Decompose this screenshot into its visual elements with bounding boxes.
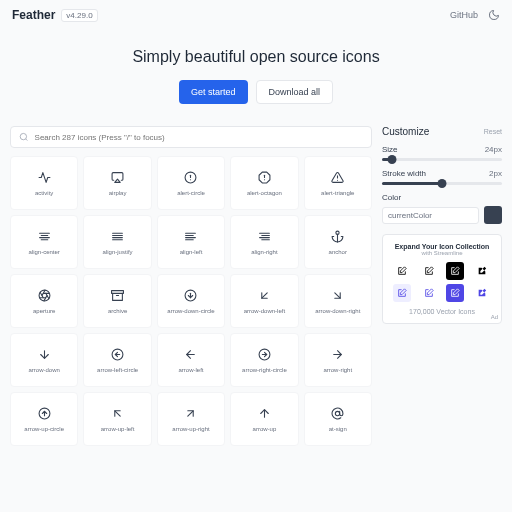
alert-octagon-icon [258, 171, 271, 184]
arrow-up-icon [258, 407, 271, 420]
icon-card-alert-octagon[interactable]: alert-octagon [230, 156, 298, 210]
align-left-icon [184, 230, 197, 243]
icon-card-arrow-up[interactable]: arrow-up [230, 392, 298, 446]
arrow-down-circle-icon [184, 289, 197, 302]
get-started-button[interactable]: Get started [179, 80, 248, 104]
icon-card-align-center[interactable]: align-center [10, 215, 78, 269]
search-box[interactable] [10, 126, 372, 148]
stroke-label: Stroke width [382, 169, 426, 178]
icon-card-arrow-right-circle[interactable]: arrow-right-circle [230, 333, 298, 387]
icon-label: arrow-down-circle [167, 308, 214, 314]
icon-card-anchor[interactable]: anchor [304, 215, 372, 269]
icon-label: alert-octagon [247, 190, 282, 196]
color-input[interactable]: currentColor [382, 207, 479, 224]
icon-card-arrow-down-right[interactable]: arrow-down-right [304, 274, 372, 328]
alert-triangle-icon [331, 171, 344, 184]
icon-label: arrow-down [29, 367, 60, 373]
icon-card-aperture[interactable]: aperture [10, 274, 78, 328]
icon-card-arrow-down-circle[interactable]: arrow-down-circle [157, 274, 225, 328]
arrow-up-right-icon [184, 407, 197, 420]
icon-card-arrow-left-circle[interactable]: arrow-left-circle [83, 333, 151, 387]
icon-label: anchor [329, 249, 347, 255]
page-title: Simply beautiful open source icons [0, 48, 512, 66]
icon-label: arrow-up-circle [24, 426, 64, 432]
icon-card-alert-triangle[interactable]: alert-triangle [304, 156, 372, 210]
icon-card-align-left[interactable]: align-left [157, 215, 225, 269]
icon-card-at-sign[interactable]: at-sign [304, 392, 372, 446]
icon-label: archive [108, 308, 127, 314]
reset-button[interactable]: Reset [484, 128, 502, 135]
icon-label: alert-circle [177, 190, 205, 196]
icon-label: arrow-up-left [101, 426, 135, 432]
icon-card-arrow-right[interactable]: arrow-right [304, 333, 372, 387]
icon-card-activity[interactable]: activity [10, 156, 78, 210]
icon-label: alert-triangle [321, 190, 354, 196]
activity-icon [38, 171, 51, 184]
arrow-down-icon [38, 348, 51, 361]
download-all-button[interactable]: Download all [256, 80, 334, 104]
promo-icon [446, 262, 464, 280]
stroke-value: 2px [489, 169, 502, 178]
arrow-left-icon [184, 348, 197, 361]
icon-label: align-right [251, 249, 277, 255]
icon-label: arrow-right-circle [242, 367, 287, 373]
svg-marker-2 [115, 179, 120, 182]
aperture-icon [38, 289, 51, 302]
archive-icon [111, 289, 124, 302]
version-badge: v4.29.0 [61, 9, 97, 22]
anchor-icon [331, 230, 344, 243]
svg-line-52 [188, 410, 193, 415]
svg-line-41 [335, 292, 340, 297]
promo-title: Expand Your Icon Collection [391, 243, 493, 250]
icon-label: arrow-left [178, 367, 203, 373]
icon-label: align-left [180, 249, 203, 255]
icon-label: arrow-down-right [315, 308, 360, 314]
stroke-slider[interactable] [382, 182, 502, 185]
svg-point-0 [20, 133, 26, 139]
icon-card-arrow-down[interactable]: arrow-down [10, 333, 78, 387]
icon-label: aperture [33, 308, 55, 314]
promo-icon [393, 284, 411, 302]
icon-card-align-right[interactable]: align-right [230, 215, 298, 269]
color-swatch[interactable] [484, 206, 502, 224]
promo-icon [473, 262, 491, 280]
promo-icon [420, 262, 438, 280]
promo-subtitle: with Streamline [391, 250, 493, 256]
svg-rect-36 [112, 290, 124, 293]
promo-icon [473, 284, 491, 302]
icon-card-arrow-down-left[interactable]: arrow-down-left [230, 274, 298, 328]
icon-card-alert-circle[interactable]: alert-circle [157, 156, 225, 210]
svg-line-40 [262, 292, 267, 297]
icon-card-arrow-up-left[interactable]: arrow-up-left [83, 392, 151, 446]
icon-card-archive[interactable]: archive [83, 274, 151, 328]
arrow-right-circle-icon [258, 348, 271, 361]
promo-card[interactable]: Expand Your Icon Collection with Streaml… [382, 234, 502, 324]
svg-point-54 [336, 411, 340, 415]
moon-icon[interactable] [488, 9, 500, 21]
icon-label: arrow-right [323, 367, 352, 373]
search-icon [19, 132, 29, 142]
size-slider[interactable] [382, 158, 502, 161]
brand: Feather v4.29.0 [12, 8, 98, 22]
at-sign-icon [331, 407, 344, 420]
align-justify-icon [111, 230, 124, 243]
arrow-down-right-icon [331, 289, 344, 302]
icon-card-arrow-left[interactable]: arrow-left [157, 333, 225, 387]
github-link[interactable]: GitHub [450, 10, 478, 20]
icon-label: arrow-up-right [172, 426, 209, 432]
icon-card-airplay[interactable]: airplay [83, 156, 151, 210]
search-input[interactable] [35, 133, 363, 142]
icon-card-arrow-up-circle[interactable]: arrow-up-circle [10, 392, 78, 446]
icon-label: align-center [29, 249, 60, 255]
icon-card-align-justify[interactable]: align-justify [83, 215, 151, 269]
icon-label: activity [35, 190, 53, 196]
arrow-down-left-icon [258, 289, 271, 302]
align-right-icon [258, 230, 271, 243]
icon-label: arrow-left-circle [97, 367, 138, 373]
arrow-up-left-icon [111, 407, 124, 420]
promo-icon [420, 284, 438, 302]
icon-card-arrow-up-right[interactable]: arrow-up-right [157, 392, 225, 446]
promo-footer: 170,000 Vector Icons [391, 308, 493, 315]
svg-line-1 [26, 139, 28, 141]
icon-label: at-sign [329, 426, 347, 432]
